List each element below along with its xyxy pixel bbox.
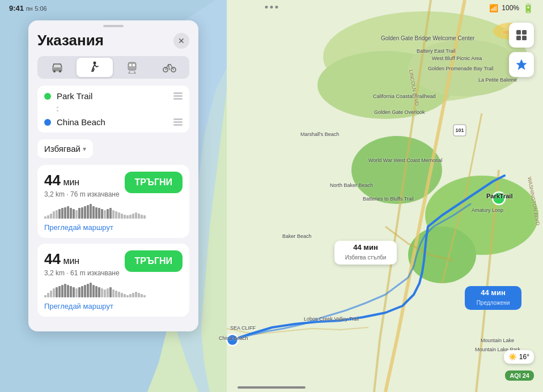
- elevation-bar: [115, 291, 117, 297]
- elevation-bar: [87, 284, 89, 297]
- elevation-bar: [95, 286, 97, 297]
- elevation-bar: [81, 207, 83, 219]
- elevation-bar: [135, 292, 137, 297]
- elevation-bar: [53, 288, 55, 297]
- map-label-china-beach: China Beach: [219, 335, 248, 341]
- elevation-bar: [107, 209, 109, 219]
- elevation-bar: [132, 214, 134, 219]
- route-1-details: 3,2 km · 76 m изкачване: [44, 190, 120, 198]
- aqi-badge[interactable]: AQI 24: [505, 370, 534, 381]
- map-label-baker-beach: Baker Beach: [282, 233, 312, 239]
- map-label-calif-coastal: California Coastal Trailhead: [373, 93, 436, 99]
- elevation-bar: [73, 209, 75, 219]
- route-2-info: 44 мин 3,2 km · 61 m изкачване: [44, 250, 120, 277]
- map-label-golden-gate: Golden Gate Bridge Welcome Center: [381, 35, 474, 41]
- from-dot: [44, 93, 51, 100]
- elevation-bar: [67, 285, 69, 297]
- elevation-bar: [109, 287, 112, 297]
- svg-point-26: [94, 62, 96, 65]
- elevation-bar: [61, 208, 63, 219]
- battery-icon: 🔋: [523, 3, 534, 14]
- elevation-bar: [104, 210, 106, 219]
- elevation-bar: [118, 212, 120, 219]
- elevation-bar: [61, 285, 63, 297]
- map-label-golden-prom: Golden Promenade Bay Trail: [428, 66, 494, 71]
- map-type-button[interactable]: [509, 23, 534, 48]
- aqi-label: AQI 24: [510, 372, 529, 379]
- elevation-bar: [58, 209, 61, 219]
- elevation-bar: [78, 287, 80, 297]
- elevation-bar: [81, 286, 83, 297]
- weather-badge[interactable]: ☀️ 16°: [504, 350, 534, 364]
- elevation-bar: [118, 292, 120, 297]
- from-drag[interactable]: [173, 92, 183, 100]
- elevation-bar: [98, 287, 100, 297]
- close-button[interactable]: ✕: [173, 33, 189, 49]
- map-label-battery-east: Battery East Trail: [417, 48, 456, 54]
- elevation-bar: [67, 206, 69, 219]
- svg-rect-19: [516, 30, 521, 35]
- go-button-1[interactable]: ТРЪГНИ: [125, 172, 183, 193]
- chevron-down-icon: ▾: [83, 145, 86, 153]
- elevation-bar: [109, 208, 112, 219]
- elevation-bar: [90, 204, 92, 219]
- elevation-bar: [47, 215, 49, 219]
- avoid-label: Избягвай: [44, 144, 80, 154]
- tab-walk[interactable]: [77, 58, 113, 77]
- elevation-bar: [70, 286, 72, 297]
- tab-bike[interactable]: [151, 58, 188, 77]
- location-button[interactable]: [509, 52, 534, 77]
- elevation-bar: [92, 285, 95, 297]
- elevation-bar: [84, 285, 86, 297]
- go-button-2[interactable]: ТРЪГНИ: [125, 250, 183, 272]
- svg-rect-20: [522, 30, 527, 35]
- map-label-mountain-lake: Mountain Lake: [481, 338, 514, 343]
- status-time: 9:41 пн 5:06: [9, 4, 47, 12]
- elevation-bar: [58, 286, 61, 297]
- to-drag[interactable]: [173, 118, 183, 126]
- elevation-bar: [141, 294, 143, 297]
- preview-link-2[interactable]: Прегледай маршрут: [44, 302, 113, 310]
- elevation-bar: [92, 206, 95, 219]
- elevation-bar: [101, 288, 103, 297]
- avoid-button[interactable]: Избягвай ▾: [37, 139, 93, 158]
- weather-temp: 16°: [519, 353, 529, 361]
- route-inputs: Park Trail China Beach: [37, 86, 189, 133]
- elevation-bar: [107, 288, 109, 297]
- map-label-batteries-bluffs: Batteries to Bluffs Trail: [363, 196, 414, 202]
- elevation-bar: [104, 289, 106, 297]
- map-label-west-bluff: West Bluff Picnic Area: [432, 56, 482, 61]
- to-row: China Beach: [37, 112, 189, 133]
- sidebar-title: Указания: [37, 32, 104, 49]
- route-card-2-top: 44 мин 3,2 km · 61 m изкачване ТРЪГНИ: [44, 250, 183, 277]
- svg-point-25: [59, 70, 61, 73]
- map-label-park-trail: ParkTrail: [486, 193, 512, 199]
- elevation-bar: [135, 212, 137, 219]
- elevation-bar: [143, 215, 146, 219]
- route-1-time: 44 мин: [44, 172, 120, 189]
- tab-car[interactable]: [39, 58, 75, 77]
- elevation-bar: [44, 295, 46, 297]
- svg-rect-28: [129, 64, 131, 66]
- elevation-bar: [53, 211, 55, 219]
- elevation-bar: [121, 293, 123, 297]
- elevation-bar: [98, 208, 100, 219]
- preview-link-1[interactable]: Прегледай маршрут: [44, 223, 113, 232]
- elevation-bar: [64, 284, 66, 297]
- elevation-bar: [56, 287, 58, 297]
- elevation-bar: [124, 215, 126, 219]
- svg-text:Избягва стълби: Избягва стълби: [345, 254, 387, 261]
- elevation-bar: [124, 294, 126, 297]
- elevation-bar: [56, 210, 58, 219]
- svg-rect-29: [133, 64, 135, 66]
- avoid-row: Избягвай ▾: [37, 139, 189, 158]
- svg-point-5: [351, 136, 442, 204]
- elevation-bar: [95, 207, 97, 219]
- svg-rect-21: [516, 36, 521, 40]
- tab-transit[interactable]: [114, 58, 150, 77]
- elevation-bar: [84, 206, 86, 219]
- elevation-profile-1: [44, 203, 183, 219]
- drag-handle: [103, 25, 124, 27]
- map-label-north-baker: North Baker Beach: [330, 182, 373, 188]
- map-label-golden-gate-overlook: Golden Gate Overlook: [374, 109, 425, 115]
